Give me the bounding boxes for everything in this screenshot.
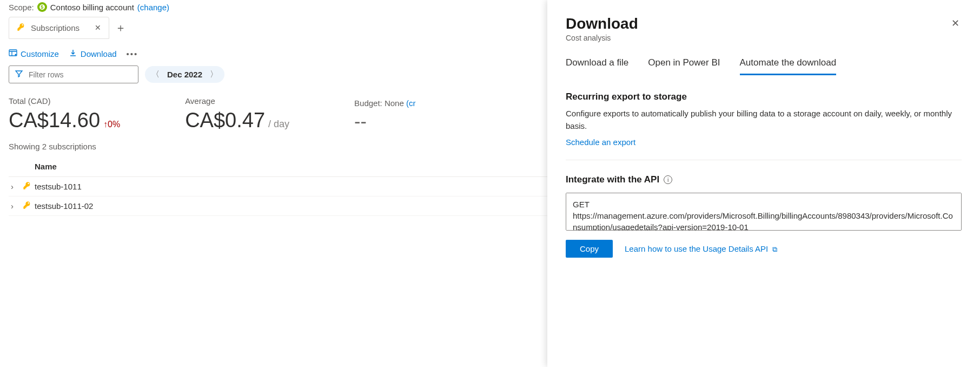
customize-button[interactable]: Customize	[9, 49, 59, 59]
panel-title: Download	[566, 15, 638, 32]
download-button[interactable]: Download	[69, 49, 117, 59]
panel-subtitle: Cost analysis	[566, 34, 638, 42]
scope-account-icon: $	[37, 2, 47, 12]
close-icon[interactable]: ✕	[95, 23, 101, 32]
scope-account-name: Contoso billing account	[50, 3, 134, 12]
export-body: Configure exports to automatically publi…	[566, 108, 962, 132]
api-request-box[interactable]	[566, 193, 962, 231]
svg-point-1	[15, 54, 16, 55]
info-icon[interactable]: i	[664, 175, 672, 184]
date-range-label: Dec 2022	[167, 70, 202, 79]
copy-button[interactable]: Copy	[566, 240, 613, 258]
metric-total-value: CA$14.60	[9, 109, 100, 132]
download-icon	[69, 49, 77, 59]
metric-total: Total (CAD) CA$14.60 ↑ 0%	[9, 96, 120, 132]
more-button[interactable]: •••	[127, 49, 138, 58]
tab-subscriptions[interactable]: Subscriptions ✕	[9, 17, 109, 39]
tab-open-powerbi[interactable]: Open in Power BI	[648, 57, 720, 75]
metric-total-label: Total (CAD)	[9, 96, 120, 106]
filter-icon	[15, 69, 23, 80]
metric-average-label: Average	[185, 96, 289, 106]
metric-budget-label: Budget: None	[354, 99, 404, 108]
metric-average-value: CA$0.47	[185, 109, 265, 132]
arrow-up-icon: ↑	[103, 120, 108, 129]
key-icon	[23, 201, 35, 211]
export-section: Recurring export to storage Configure ex…	[566, 91, 962, 147]
chevron-right-icon[interactable]: ›	[11, 182, 23, 191]
filter-input[interactable]	[29, 70, 133, 79]
chevron-right-icon[interactable]: ›	[11, 201, 23, 211]
api-title: Integrate with the API	[566, 174, 659, 185]
key-icon	[23, 181, 35, 192]
metric-average: Average CA$0.47 / day	[185, 96, 289, 132]
tab-automate-download[interactable]: Automate the download	[740, 57, 837, 75]
export-title: Recurring export to storage	[566, 91, 962, 102]
metric-total-delta: ↑ 0%	[103, 120, 120, 129]
scope-label: Scope:	[9, 3, 34, 12]
panel-tabs: Download a file Open in Power BI Automat…	[566, 57, 962, 75]
download-label: Download	[81, 49, 117, 58]
chevron-left-icon[interactable]: 〈	[151, 69, 160, 80]
api-actions: Copy Learn how to use the Usage Details …	[566, 240, 962, 258]
date-range-picker[interactable]: 〈 Dec 2022 〉	[145, 66, 224, 83]
metric-budget-value: --	[354, 111, 415, 132]
external-link-icon: ⧉	[772, 245, 777, 253]
scope-change-link[interactable]: (change)	[137, 3, 169, 12]
customize-label: Customize	[21, 49, 59, 58]
divider	[566, 160, 962, 160]
tab-download-file[interactable]: Download a file	[566, 57, 628, 75]
key-icon	[17, 23, 25, 33]
metric-average-suffix: / day	[268, 119, 289, 130]
close-panel-button[interactable]: ✕	[949, 15, 962, 31]
chevron-right-icon[interactable]: 〉	[210, 69, 218, 80]
customize-icon	[9, 49, 17, 59]
learn-api-link[interactable]: Learn how to use the Usage Details API ⧉	[625, 244, 777, 254]
download-panel: Download Cost analysis ✕ Download a file…	[547, 0, 980, 367]
tab-label: Subscriptions	[31, 23, 80, 32]
api-section-header: Integrate with the API i	[566, 174, 962, 185]
metric-budget: Budget: None (cr --	[354, 99, 415, 132]
budget-create-link[interactable]: (cr	[406, 99, 416, 108]
filter-input-wrap[interactable]	[9, 65, 138, 83]
schedule-export-link[interactable]: Schedule an export	[566, 137, 962, 147]
add-tab-button[interactable]: ＋	[109, 16, 132, 39]
